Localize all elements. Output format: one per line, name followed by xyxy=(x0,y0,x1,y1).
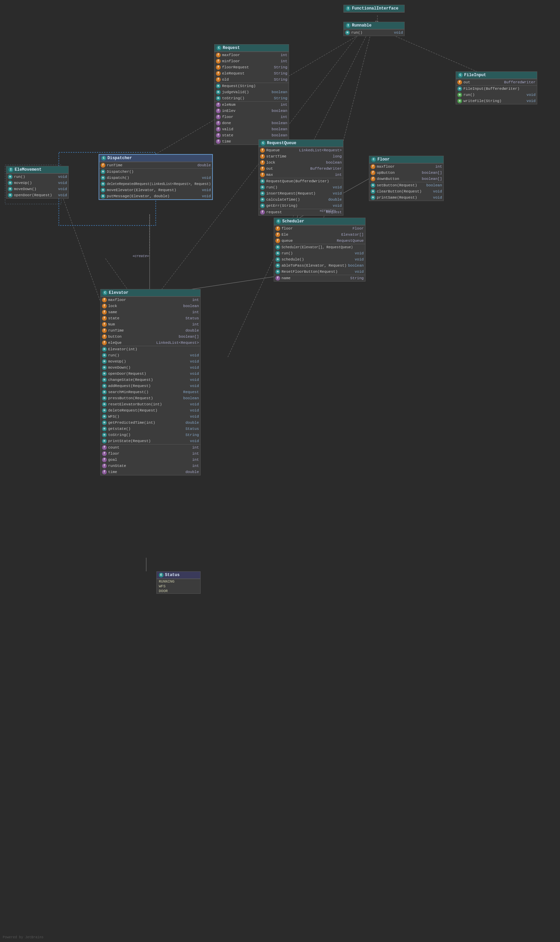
elevator-static-fields: f maxfloor int f lock boolean f same int… xyxy=(101,297,200,346)
runnable-run-method: m run() void xyxy=(344,29,404,36)
request-queue-box: C RequestQueue f Rqueue LinkedList<Reque… xyxy=(258,139,343,215)
status-door: DOOR xyxy=(157,589,200,593)
file-input-box: C FileInput f out BufferedWriter m FileI… xyxy=(455,71,537,105)
dispatcher-fields: f runTime double xyxy=(99,162,212,168)
dispatcher-box: C Dispatcher f runTime double m Dispatch… xyxy=(98,154,213,200)
ele-movement-title: EleMovement xyxy=(15,167,42,172)
functional-interface-header: I FunctionalInterface xyxy=(344,5,404,12)
request-box: C Request f maxfloor int f minfloor int … xyxy=(214,44,289,145)
file-input-methods: m FileInput(BufferedWriter) m run() void… xyxy=(456,85,537,104)
ele-movement-methods: m run() void m moveUp() void m moveDown(… xyxy=(6,174,68,198)
dispatcher-icon: C xyxy=(102,156,106,160)
runnable-header: I Runnable xyxy=(344,22,404,29)
scheduler-header: C Scheduler xyxy=(274,218,365,225)
scheduler-fields: f floor Floor f Ele Elevator[] f queue R… xyxy=(274,225,365,244)
status-wfs: WFS xyxy=(157,584,200,589)
request-queue-fields: f Rqueue LinkedList<Request> f startTime… xyxy=(259,147,343,178)
runnable-title: Runnable xyxy=(352,23,372,28)
scheduler-icon: C xyxy=(276,219,281,224)
svg-line-3 xyxy=(313,34,367,142)
elevator-header: C Elevator xyxy=(101,289,200,297)
file-input-title: FileInput xyxy=(464,73,486,77)
scheduler-title: Scheduler xyxy=(282,219,304,224)
ele-movement-header: I EleMovement xyxy=(6,166,68,174)
svg-line-7 xyxy=(58,184,102,306)
runnable-icon: I xyxy=(346,23,351,28)
functional-interface-icon: I xyxy=(346,6,351,11)
request-icon: C xyxy=(217,46,222,50)
request-static-fields: f maxfloor int f minfloor int f floorReq… xyxy=(215,52,289,83)
floor-fields: f maxfloor int f upButton boolean[] f do… xyxy=(369,163,443,182)
request-queue-methods: m RequestQueue(BufferedWriter) m run() v… xyxy=(259,178,343,209)
file-input-run-method: m run() void xyxy=(456,92,537,98)
floor-icon: C xyxy=(371,157,376,162)
status-header: E Status xyxy=(157,572,200,579)
runnable-box: I Runnable m run() void xyxy=(343,22,405,36)
request-queue-icon: C xyxy=(261,141,266,146)
request-header: C Request xyxy=(215,45,289,52)
file-input-out-field: f out BufferedWriter xyxy=(456,79,537,85)
status-box: E Status RUNNING WFS DOOR xyxy=(156,571,201,594)
diagram-canvas: I FunctionalInterface I Runnable m run()… xyxy=(0,0,560,942)
floor-title: Floor xyxy=(377,157,390,162)
ele-movement-box: I EleMovement m run() void m moveUp() vo… xyxy=(6,166,69,199)
request-title: Request xyxy=(223,46,240,50)
dispatcher-title: Dispatcher xyxy=(108,156,132,160)
runnable-methods: m run() void xyxy=(344,29,404,36)
svg-line-1 xyxy=(381,30,483,74)
create-label-scheduler: «create» xyxy=(320,209,336,213)
request-instance-fields: f eleNum int f inElev boolean f floor in… xyxy=(215,102,289,145)
functional-interface-box: I FunctionalInterface xyxy=(343,5,405,12)
scheduler-instance-fields: f name String xyxy=(274,275,365,281)
svg-line-17 xyxy=(105,259,129,292)
scheduler-box: C Scheduler f floor Floor f Ele Elevator… xyxy=(274,218,366,282)
floor-methods: m setButton(Request) boolean m clearButt… xyxy=(369,182,443,201)
elevator-icon: C xyxy=(103,291,108,295)
status-running: RUNNING xyxy=(157,579,200,584)
floor-header: C Floor xyxy=(369,156,443,163)
watermark: Powered by JetBrains xyxy=(3,936,43,939)
elevator-title: Elevator xyxy=(109,291,129,295)
dispatcher-header: C Dispatcher xyxy=(99,155,212,162)
status-icon: E xyxy=(159,573,163,577)
dispatcher-methods: m Dispatcher() m dispatch() void m delet… xyxy=(99,168,212,199)
file-input-write-method: m writeFile(String) void xyxy=(456,98,537,104)
request-methods: m Request(String) m judgeValid() boolean… xyxy=(215,83,289,102)
file-input-header: C FileInput xyxy=(456,72,537,79)
file-input-constructor: m FileInput(BufferedWriter) xyxy=(456,86,537,92)
request-queue-title: RequestQueue xyxy=(267,141,296,146)
status-title: Status xyxy=(165,573,180,577)
create-label-dispatcher: «create» xyxy=(132,254,149,258)
floor-box: C Floor f maxfloor int f upButton boolea… xyxy=(369,156,444,201)
functional-interface-title: FunctionalInterface xyxy=(352,6,398,11)
file-input-fields: f out BufferedWriter xyxy=(456,79,537,85)
elevator-methods: m Elevator(int) m run() void m moveUp() … xyxy=(101,346,200,444)
scheduler-methods: m Scheduler(Elevator[], RequestQueue) m … xyxy=(274,244,365,275)
elevator-instance-fields: f count int f floor int f goal int f run… xyxy=(101,444,200,475)
request-queue-header: C RequestQueue xyxy=(259,140,343,147)
ele-movement-icon: I xyxy=(9,167,13,172)
file-input-icon: C xyxy=(458,73,463,77)
status-values: RUNNING WFS DOOR xyxy=(157,579,200,593)
elevator-box: C Elevator f maxfloor int f lock boolean… xyxy=(100,289,201,476)
